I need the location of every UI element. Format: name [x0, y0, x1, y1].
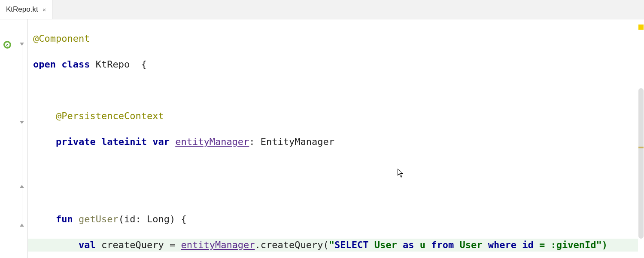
editor[interactable]: c @Component open class KtRepo { @Persis… [0, 19, 644, 258]
colon: : [249, 136, 255, 147]
type-entitymanager: EntityManager [261, 136, 334, 147]
brace: { [141, 59, 147, 70]
code-line[interactable] [28, 161, 644, 174]
brace: { [181, 214, 186, 224]
paren: ( [323, 240, 329, 250]
analysis-status-warning-icon[interactable] [638, 25, 644, 30]
code-line[interactable]: val createQuery = entityManager.createQu… [28, 239, 644, 252]
annotation: @Component [33, 33, 90, 44]
sql-text: = :givenId [539, 240, 596, 250]
svg-marker-3 [20, 43, 24, 46]
code-line[interactable]: private lateinit var entityManager: Enti… [28, 135, 644, 148]
fold-toggle-class-close[interactable] [19, 222, 25, 228]
vertical-scrollbar[interactable] [638, 88, 644, 239]
code-area[interactable]: @Component open class KtRepo { @Persiste… [28, 19, 644, 258]
code-line[interactable] [28, 84, 644, 97]
function-name: getUser [79, 214, 118, 224]
svg-text:c: c [6, 43, 8, 47]
tab-ktrepo[interactable]: KtRepo.kt × [0, 0, 52, 19]
class-name: KtRepo [96, 59, 130, 70]
sql-from: from [431, 240, 454, 250]
code-line[interactable] [28, 187, 644, 200]
keyword-val: val [79, 240, 96, 250]
keyword-class: class [61, 59, 90, 70]
param-id: id [124, 214, 136, 224]
svg-marker-6 [20, 224, 24, 227]
code-line[interactable]: @Component [28, 32, 644, 45]
keyword-fun: fun [56, 214, 73, 224]
equals: = [164, 240, 181, 250]
sql-select: SELECT [334, 240, 368, 250]
string-quote: " [329, 240, 334, 250]
dot: . [255, 240, 261, 250]
sql-as: as [403, 240, 414, 250]
keyword-var: var [152, 136, 170, 147]
code-line[interactable]: fun getUser(id: Long) { [28, 213, 644, 226]
sql-text: User [369, 240, 403, 250]
code-line[interactable]: open class KtRepo { [28, 58, 644, 71]
var-createquery: createQuery [101, 240, 164, 250]
sql-text: id [516, 240, 539, 250]
error-stripe[interactable] [638, 19, 644, 258]
close-icon[interactable]: × [43, 6, 46, 13]
sql-where: where [488, 240, 516, 250]
fold-toggle-fun-open[interactable] [19, 119, 25, 125]
fold-strip [17, 19, 28, 258]
editor-tab-bar: KtRepo.kt × [0, 0, 644, 19]
code-line[interactable]: @PersistenceContext [28, 110, 644, 123]
field-entitymanager: entityManager [175, 136, 249, 147]
tab-filename: KtRepo.kt [6, 5, 38, 14]
svg-marker-4 [20, 121, 24, 124]
field-entitymanager: entityManager [181, 240, 255, 250]
annotation: @PersistenceContext [56, 111, 164, 121]
sql-text: u [414, 240, 431, 250]
keyword-lateinit: lateinit [101, 136, 147, 147]
class-spring-component-icon[interactable]: c [3, 40, 12, 49]
keyword-private: private [56, 136, 96, 147]
paren: ) [170, 214, 175, 224]
gutter: c [0, 19, 17, 258]
svg-marker-5 [20, 185, 24, 188]
type-long: Long [147, 214, 170, 224]
keyword-open: open [33, 59, 56, 70]
call-createquery: createQuery [261, 240, 323, 250]
fold-toggle-class[interactable] [19, 41, 25, 47]
string-quote: ") [596, 240, 608, 250]
sql-text: User [454, 240, 488, 250]
fold-toggle-fun-close[interactable] [19, 184, 25, 190]
colon: : [135, 214, 141, 224]
paren: ( [118, 214, 124, 224]
